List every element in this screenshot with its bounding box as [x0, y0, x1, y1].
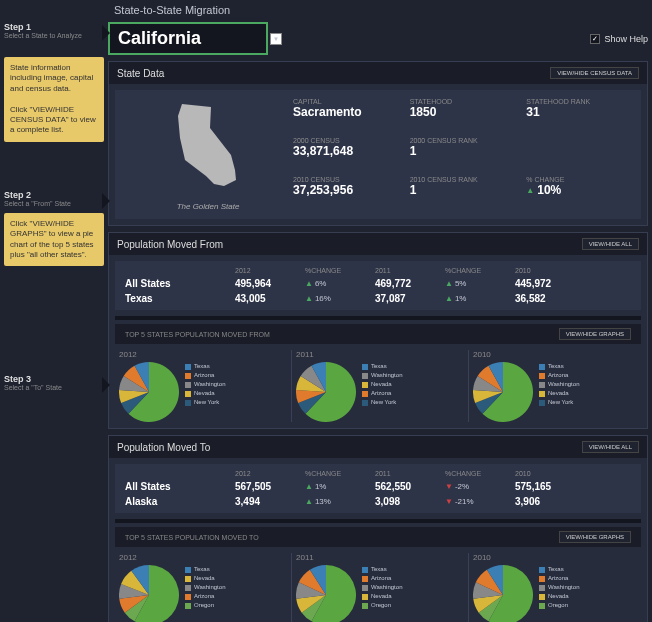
view-all-button[interactable]: VIEW/HIDE ALL: [582, 238, 639, 250]
show-help-label: Show Help: [604, 34, 648, 44]
chart-year: 2011: [296, 350, 460, 359]
arrow-up-icon: ▲: [305, 279, 313, 288]
legend-item: Texas: [362, 362, 402, 371]
legend-item: Texas: [362, 565, 402, 574]
legend-item: Texas: [539, 565, 579, 574]
chart-year: 2010: [473, 350, 637, 359]
legend-item: Arizona: [539, 371, 579, 380]
legend-item: Nevada: [539, 389, 579, 398]
state-selector[interactable]: ▼: [108, 22, 282, 55]
arrow-down-icon: ▼: [445, 497, 453, 506]
step-3: Step 3 Select a "To" State: [4, 374, 104, 391]
legend-item: Washington: [539, 380, 579, 389]
arrow-up-icon: ▲: [445, 294, 453, 303]
legend-item: Texas: [539, 362, 579, 371]
row-label[interactable]: All States: [125, 278, 225, 289]
state-input[interactable]: [108, 22, 268, 55]
page-title: State-to-State Migration: [114, 4, 652, 16]
step-2: Step 2 Select a "From" State: [4, 190, 104, 207]
legend-item: Arizona: [362, 574, 402, 583]
legend-item: Nevada: [185, 574, 225, 583]
arrow-up-icon: ▲: [526, 186, 534, 195]
pie-chart-icon: [119, 362, 179, 422]
chart-year: 2012: [119, 350, 283, 359]
panel-title: State Data: [117, 68, 164, 79]
legend-item: Oregon: [539, 601, 579, 610]
state-shape-icon: [148, 98, 268, 198]
step-1: Step 1 Select a State to Analyze: [4, 22, 104, 39]
view-graphs-button[interactable]: VIEW/HIDE GRAPHS: [559, 328, 631, 340]
arrow-up-icon: ▲: [305, 482, 313, 491]
chart-year: 2012: [119, 553, 283, 562]
legend-item: Arizona: [185, 592, 225, 601]
moved-from-panel: Population Moved From VIEW/HIDE ALL 2012…: [108, 232, 648, 429]
pie-chart-icon: [473, 362, 533, 422]
legend-item: New York: [362, 398, 402, 407]
legend-item: Washington: [539, 583, 579, 592]
state-data-panel: State Data VIEW/HIDE CENSUS DATA The Gol…: [108, 61, 648, 226]
legend-item: Arizona: [362, 389, 402, 398]
arrow-down-icon: ▼: [445, 482, 453, 491]
legend-item: Washington: [185, 583, 225, 592]
arrow-up-icon: ▲: [445, 279, 453, 288]
arrow-up-icon: ▲: [305, 294, 313, 303]
view-graphs-button[interactable]: VIEW/HIDE GRAPHS: [559, 531, 631, 543]
arrow-icon: [102, 25, 110, 41]
legend-item: Washington: [362, 583, 402, 592]
arrow-icon: [102, 193, 110, 209]
view-all-button[interactable]: VIEW/HIDE ALL: [582, 441, 639, 453]
legend-item: New York: [185, 398, 225, 407]
chart-year: 2010: [473, 553, 637, 562]
help-note-1: State information including image, capit…: [4, 57, 104, 142]
panel-title: Population Moved To: [117, 442, 210, 453]
panel-title: Population Moved From: [117, 239, 223, 250]
pie-chart-icon: [296, 362, 356, 422]
legend-item: New York: [539, 398, 579, 407]
arrow-up-icon: ▲: [305, 497, 313, 506]
arrow-icon: [102, 377, 110, 393]
help-note-2: Click "VIEW/HIDE GRAPHS" to view a pie c…: [4, 213, 104, 267]
row-label[interactable]: Texas: [125, 293, 225, 304]
legend-item: Washington: [185, 380, 225, 389]
show-help-checkbox[interactable]: ✓: [590, 34, 600, 44]
legend-item: Texas: [185, 362, 225, 371]
legend-item: Texas: [185, 565, 225, 574]
pie-chart-icon: [296, 565, 356, 622]
state-motto: The Golden State: [123, 202, 293, 211]
legend-item: Nevada: [185, 389, 225, 398]
moved-to-panel: Population Moved To VIEW/HIDE ALL 2012%C…: [108, 435, 648, 622]
view-census-button[interactable]: VIEW/HIDE CENSUS DATA: [550, 67, 639, 79]
legend-item: Nevada: [362, 592, 402, 601]
legend-item: Nevada: [362, 380, 402, 389]
legend-item: Arizona: [539, 574, 579, 583]
row-label[interactable]: Alaska: [125, 496, 225, 507]
legend-item: Arizona: [185, 371, 225, 380]
dropdown-icon[interactable]: ▼: [270, 33, 282, 45]
row-label[interactable]: All States: [125, 481, 225, 492]
pie-chart-icon: [119, 565, 179, 622]
pie-chart-icon: [473, 565, 533, 622]
legend-item: Oregon: [362, 601, 402, 610]
chart-year: 2011: [296, 553, 460, 562]
legend-item: Washington: [362, 371, 402, 380]
charts-title: TOP 5 STATES POPULATION MOVED TO: [125, 534, 259, 541]
legend-item: Oregon: [185, 601, 225, 610]
charts-title: TOP 5 STATES POPULATION MOVED FROM: [125, 331, 270, 338]
legend-item: Nevada: [539, 592, 579, 601]
